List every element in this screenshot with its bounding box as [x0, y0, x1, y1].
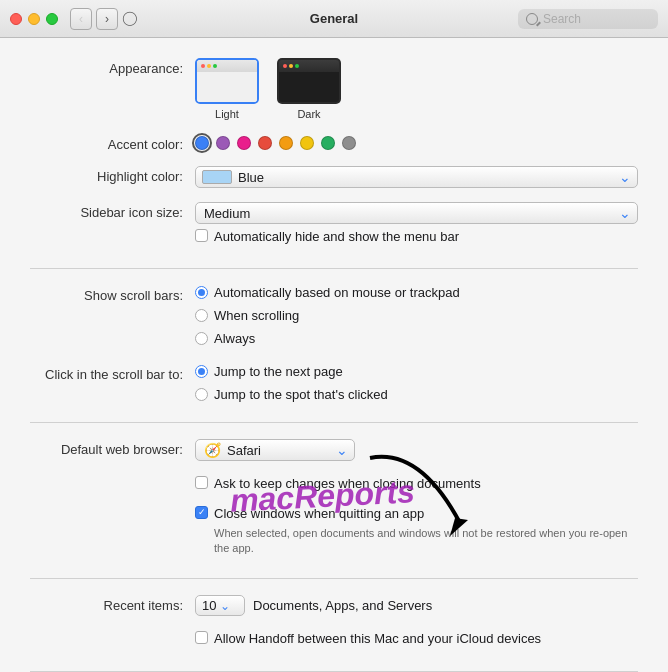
handoff-checkbox[interactable]: [195, 631, 208, 644]
accent-yellow-circle[interactable]: [300, 136, 314, 150]
accent-orange-circle[interactable]: [279, 136, 293, 150]
thumb-light-body: [197, 72, 257, 102]
thumb-dark-yellow-dot: [289, 64, 293, 68]
accent-green-circle[interactable]: [321, 136, 335, 150]
default-browser-select[interactable]: 🧭 Safari ⌄: [195, 439, 355, 461]
highlight-color-select[interactable]: Blue ⌄: [195, 166, 638, 188]
scroll-always-label: Always: [214, 331, 255, 346]
auto-hide-menu-checkbox[interactable]: [195, 229, 208, 242]
appearance-dark-option[interactable]: Dark: [277, 58, 341, 120]
accent-colors: [195, 134, 638, 150]
accent-purple-circle[interactable]: [216, 136, 230, 150]
close-windows-checkbox[interactable]: [195, 506, 208, 519]
search-box[interactable]: [518, 9, 658, 29]
traffic-lights: [10, 13, 58, 25]
appearance-light-option[interactable]: Light: [195, 58, 259, 120]
click-next-page-radio[interactable]: [195, 365, 208, 378]
sidebar-icon-size-arrow: ⌄: [619, 205, 631, 221]
close-button[interactable]: [10, 13, 22, 25]
scroll-always-row: Always: [195, 331, 638, 346]
accent-color-control: [195, 134, 638, 150]
thumb-dark-red-dot: [283, 64, 287, 68]
close-windows-sublabel: When selected, open documents and window…: [214, 526, 638, 557]
accent-orange[interactable]: [279, 136, 293, 150]
accent-graphite[interactable]: [342, 136, 356, 150]
scroll-scrolling-radio[interactable]: [195, 309, 208, 322]
show-scroll-bars-control: Automatically based on mouse or trackpad…: [195, 285, 638, 350]
search-input[interactable]: [543, 12, 650, 26]
thumb-yellow-dot: [207, 64, 211, 68]
nav-buttons: ‹ ›: [70, 8, 118, 30]
sidebar-icon-size-value: Medium: [204, 206, 613, 221]
titlebar: ‹ › ⃝ General: [0, 0, 668, 38]
close-windows-label: Close windows when quitting an app: [214, 506, 424, 521]
appearance-light-label: Light: [215, 108, 239, 120]
close-windows-label-group: Close windows when quitting an app When …: [214, 505, 638, 556]
highlight-color-row: Highlight color: Blue ⌄: [30, 166, 638, 188]
appearance-label: Appearance:: [30, 58, 195, 76]
accent-pink-circle[interactable]: [237, 136, 251, 150]
click-spot-row: Jump to the spot that's clicked: [195, 387, 638, 402]
appearance-dark-thumb[interactable]: [277, 58, 341, 104]
ask-keep-changes-checkbox-row: Ask to keep changes when closing documen…: [195, 475, 638, 493]
recent-items-suffix: Documents, Apps, and Servers: [253, 598, 432, 613]
auto-hide-menu-row: Automatically hide and show the menu bar: [195, 228, 638, 246]
scroll-always-radio[interactable]: [195, 332, 208, 345]
appearance-control: Light Dark: [195, 58, 638, 120]
scroll-auto-label: Automatically based on mouse or trackpad: [214, 285, 460, 300]
handoff-label: Allow Handoff between this Mac and your …: [214, 630, 541, 648]
grid-button[interactable]: ⃝: [122, 8, 144, 30]
highlight-swatch: [202, 170, 232, 184]
back-button[interactable]: ‹: [70, 8, 92, 30]
scroll-scrolling-label: When scrolling: [214, 308, 299, 323]
default-browser-control: 🧭 Safari ⌄: [195, 439, 638, 461]
recent-items-row: Recent items: 10 ⌄ Documents, Apps, and …: [30, 595, 638, 616]
thumb-green-dot: [213, 64, 217, 68]
content-area: Appearance: Light: [0, 38, 668, 672]
default-browser-row: Default web browser: 🧭 Safari ⌄: [30, 439, 638, 461]
forward-button[interactable]: ›: [96, 8, 118, 30]
accent-graphite-circle[interactable]: [342, 136, 356, 150]
recent-items-label: Recent items:: [30, 595, 195, 613]
accent-red[interactable]: [258, 136, 272, 150]
show-scroll-bars-label: Show scroll bars:: [30, 285, 195, 303]
highlight-color-label: Highlight color:: [30, 166, 195, 184]
click-spot-radio[interactable]: [195, 388, 208, 401]
appearance-options: Light Dark: [195, 58, 638, 120]
close-windows-control: Close windows when quitting an app When …: [195, 505, 638, 562]
click-next-page-row: Jump to the next page: [195, 364, 638, 379]
recent-items-select[interactable]: 10 ⌄: [195, 595, 245, 616]
recent-items-arrow: ⌄: [220, 599, 230, 613]
appearance-dark-label: Dark: [297, 108, 320, 120]
appearance-row: Appearance: Light: [30, 58, 638, 120]
handoff-row: Allow Handoff between this Mac and your …: [195, 630, 638, 654]
minimize-button[interactable]: [28, 13, 40, 25]
click-scroll-bar-control: Jump to the next page Jump to the spot t…: [195, 364, 638, 406]
accent-blue[interactable]: [195, 136, 209, 150]
divider-1: [30, 268, 638, 269]
thumb-dark-titlebar: [279, 60, 339, 72]
divider-3: [30, 578, 638, 579]
click-spot-label: Jump to the spot that's clicked: [214, 387, 388, 402]
ask-keep-changes-checkbox[interactable]: [195, 476, 208, 489]
auto-hide-menu-label: Automatically hide and show the menu bar: [214, 228, 459, 246]
accent-green[interactable]: [321, 136, 335, 150]
accent-purple[interactable]: [216, 136, 230, 150]
scroll-auto-radio[interactable]: [195, 286, 208, 299]
close-windows-checkbox-row: Close windows when quitting an app When …: [195, 505, 638, 556]
click-scroll-bar-label: Click in the scroll bar to:: [30, 364, 195, 382]
sidebar-icon-size-label: Sidebar icon size:: [30, 202, 195, 220]
accent-blue-circle[interactable]: [195, 136, 209, 150]
ask-keep-changes-row: Ask to keep changes when closing documen…: [195, 475, 638, 499]
window-title: General: [310, 11, 358, 26]
thumb-red-dot: [201, 64, 205, 68]
divider-2: [30, 422, 638, 423]
accent-pink[interactable]: [237, 136, 251, 150]
appearance-light-thumb[interactable]: [195, 58, 259, 104]
maximize-button[interactable]: [46, 13, 58, 25]
accent-color-row: Accent color:: [30, 134, 638, 152]
accent-yellow[interactable]: [300, 136, 314, 150]
accent-red-circle[interactable]: [258, 136, 272, 150]
sidebar-icon-size-select[interactable]: Medium ⌄: [195, 202, 638, 224]
divider-4: [30, 671, 638, 672]
